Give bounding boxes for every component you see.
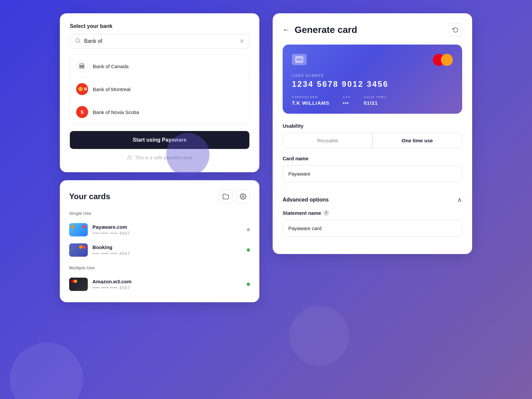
folder-button[interactable] — [219, 190, 233, 203]
bank-selector-title: Select your bank — [70, 23, 249, 29]
bank-item-montreal[interactable]: 😊 M Bank of Montreal — [70, 78, 249, 101]
card-item-amazon[interactable]: Amazon.w3.com •••• •••• •••• 4567 — [69, 274, 250, 294]
usability-toggle: Reusable One time use — [283, 133, 462, 148]
refresh-button[interactable] — [449, 23, 462, 37]
lock-icon — [127, 155, 132, 160]
card-status-amazon — [247, 283, 250, 286]
card-number-display: 1234 5678 9012 3456 — [292, 79, 453, 89]
mastercard-logo — [433, 54, 453, 66]
card-name-section: Card name — [283, 156, 462, 182]
card-name-booking: Booking — [92, 244, 242, 250]
card-top-row — [292, 54, 453, 66]
generate-card-header: ← Generate card — [283, 23, 462, 37]
your-cards-title: Your cards — [69, 192, 110, 201]
statement-name-input[interactable] — [283, 220, 462, 237]
card-name-label: Card name — [283, 156, 462, 161]
search-icon — [75, 38, 81, 45]
bank-search-input[interactable] — [84, 38, 236, 44]
card-name-payaware: Payaware.com — [92, 224, 242, 230]
refresh-icon — [453, 27, 459, 33]
card-info-payaware: Payaware.com •••• •••• •••• 4567 — [92, 224, 242, 236]
clear-search-icon[interactable]: ✕ — [239, 38, 244, 45]
cards-actions — [219, 190, 250, 203]
card-item-payaware[interactable]: Payaware.com •••• •••• •••• 4567 — [69, 220, 250, 240]
svg-point-5 — [242, 196, 244, 198]
cvv-value: ••• — [343, 100, 350, 106]
advanced-options-title: Advanced options — [283, 197, 329, 203]
valid-thru-section: VALID THRU 01/21 — [364, 95, 386, 106]
chip-svg — [295, 56, 303, 63]
cardholder-label: CARDHOLDER — [292, 95, 330, 99]
card-thumb-booking — [69, 243, 88, 257]
start-payaware-button[interactable]: Start using Payaware — [70, 131, 249, 149]
header-left: ← Generate card — [283, 25, 357, 35]
svg-line-1 — [79, 42, 80, 43]
valid-thru-value: 01/21 — [364, 100, 386, 106]
settings-button[interactable] — [236, 190, 250, 203]
cardholder-value: T.K WILLIAMS — [292, 100, 330, 106]
bank-item-novia[interactable]: S Bank of Novia Scotia — [70, 101, 249, 123]
svg-rect-4 — [128, 157, 132, 160]
search-box: ✕ — [70, 34, 249, 49]
card-status-booking — [247, 248, 250, 252]
folder-icon — [222, 193, 229, 200]
credit-card-visual: CARD NUMBER 1234 5678 9012 3456 CARDHOLD… — [283, 45, 462, 114]
mc-orange-circle — [441, 54, 453, 66]
statement-name-label: Statement name ? — [283, 210, 462, 216]
bank-item-canada[interactable]: 🏛 Bank of Canada — [70, 55, 249, 78]
bank-name-montreal: Bank of Montreal — [93, 86, 130, 92]
card-footer: CARDHOLDER T.K WILLIAMS CVV ••• VALID TH… — [292, 95, 453, 106]
cvv-section: CVV ••• — [343, 95, 350, 106]
card-number-amazon: •••• •••• •••• 4567 — [92, 285, 242, 290]
svg-text:😊: 😊 — [78, 87, 83, 91]
advanced-options-header[interactable]: Advanced options ∧ — [283, 196, 462, 204]
bank-icon-canada: 🏛 — [76, 60, 88, 72]
card-number-label: CARD NUMBER — [292, 74, 453, 77]
card-status-payaware — [247, 228, 250, 231]
bank-icon-montreal: 😊 M — [76, 83, 88, 95]
card-chip-icon — [292, 54, 307, 65]
one-time-use-option[interactable]: One time use — [373, 133, 462, 148]
usability-section: Usability Reusable One time use — [283, 123, 462, 148]
cardholder-section: CARDHOLDER T.K WILLIAMS — [292, 95, 330, 106]
advanced-options-section: Advanced options ∧ Statement name ? — [283, 190, 462, 237]
usability-label: Usability — [283, 123, 462, 129]
card-name-input[interactable] — [283, 165, 462, 182]
safe-payment-notice: This is a safe payment area — [70, 155, 249, 160]
chevron-up-icon: ∧ — [457, 196, 462, 204]
left-column: Select your bank ✕ 🏛 Bank of Canada 😊 M — [60, 13, 259, 302]
bank-list: 🏛 Bank of Canada 😊 M Bank of Montreal S … — [70, 55, 249, 124]
card-number-booking: •••• •••• •••• 4567 — [92, 251, 242, 256]
right-column: ← Generate card — [273, 13, 472, 254]
card-info-amazon: Amazon.w3.com •••• •••• •••• 4567 — [92, 279, 242, 290]
statement-name-section: Statement name ? — [283, 210, 462, 237]
generate-card-panel: ← Generate card — [273, 13, 472, 254]
generate-card-title: Generate card — [295, 25, 357, 35]
bank-selector-panel: Select your bank ✕ 🏛 Bank of Canada 😊 M — [60, 13, 259, 172]
single-use-label: Single Use — [69, 211, 250, 216]
card-number-payaware: •••• •••• •••• 4567 — [92, 231, 242, 236]
valid-thru-label: VALID THRU — [364, 95, 386, 99]
card-item-booking[interactable]: Booking •••• •••• •••• 4567 — [69, 240, 250, 260]
bank-name-novia: Bank of Novia Scotia — [93, 109, 139, 115]
card-thumb-amazon — [69, 278, 88, 291]
bank-name-canada: Bank of Canada — [93, 64, 129, 69]
your-cards-panel: Your cards Single Use — [60, 180, 259, 302]
help-icon[interactable]: ? — [323, 210, 329, 216]
multiple-use-label: Multiple Use — [69, 265, 250, 270]
cards-header: Your cards — [69, 190, 250, 203]
card-info-booking: Booking •••• •••• •••• 4567 — [92, 244, 242, 256]
reusable-option[interactable]: Reusable — [283, 133, 372, 148]
bank-icon-novia: S — [76, 106, 88, 118]
cvv-label: CVV — [343, 95, 350, 99]
gear-icon — [240, 193, 246, 200]
back-button[interactable]: ← — [283, 26, 290, 34]
card-name-amazon: Amazon.w3.com — [92, 279, 242, 284]
card-thumb-payaware — [69, 223, 88, 236]
